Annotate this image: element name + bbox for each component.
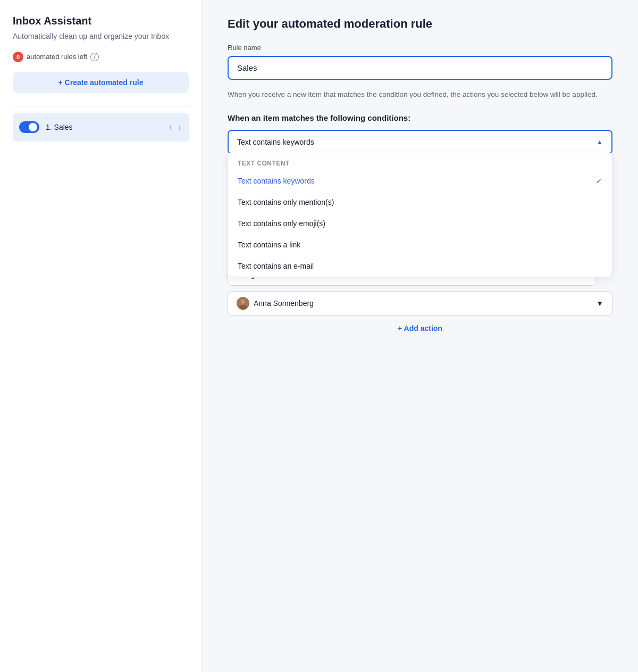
dropdown-option-2[interactable]: Text contains only emoji(s): [228, 213, 612, 234]
conditions-title: When an item matches the following condi…: [228, 113, 612, 122]
right-panel-title: Edit your automated moderation rule: [228, 17, 612, 31]
toggle-thumb: [29, 123, 37, 131]
dropdown-option-4-label: Text contains an e-mail: [238, 262, 314, 270]
rule-item: 1. Sales ↑ ↓: [13, 113, 189, 142]
dropdown-option-3[interactable]: Text contains a link: [228, 234, 612, 255]
info-icon[interactable]: i: [90, 53, 99, 61]
left-panel-desc: Automatically clean up and organize your…: [13, 31, 189, 42]
condition-dropdown-wrapper: Text contains keywords ▲ Text content Te…: [228, 130, 612, 154]
condition-dropdown-trigger[interactable]: Text contains keywords ▲: [228, 130, 612, 154]
rule-arrows: ↑ ↓: [167, 122, 182, 132]
condition-selected-label: Text contains keywords: [237, 138, 314, 146]
dropdown-option-0-label: Text contains keywords: [238, 177, 315, 185]
dropdown-option-3-label: Text contains a link: [238, 240, 300, 249]
condition-caret-icon: ▲: [597, 138, 603, 146]
dropdown-option-1[interactable]: Text contains only mention(s): [228, 192, 612, 213]
divider: [13, 106, 189, 106]
rules-left-count: 0 automated rules left i: [13, 52, 189, 62]
person-select-inner: Anna Sonnenberg: [237, 297, 314, 310]
person-select-caret-icon: ▼: [596, 299, 603, 308]
rule-name-label: 1. Sales: [46, 123, 161, 131]
left-panel-title: Inbox Assistant: [13, 15, 189, 27]
action2-person-row: Anna Sonnenberg ▼: [228, 291, 612, 316]
dropdown-group-label: Text content: [228, 153, 612, 170]
left-panel: Inbox Assistant Automatically clean up a…: [0, 0, 202, 672]
condition-dropdown-menu: Text content Text contains keywords ✓ Te…: [228, 153, 612, 277]
dropdown-option-1-label: Text contains only mention(s): [238, 198, 334, 206]
rule-down-button[interactable]: ↓: [177, 122, 182, 132]
create-rule-button[interactable]: + Create automated rule: [13, 72, 189, 93]
rule-name-input[interactable]: [228, 56, 612, 80]
dropdown-option-2-label: Text contains only emoji(s): [238, 219, 325, 228]
svg-point-1: [241, 300, 245, 304]
avatar: [237, 297, 249, 310]
person-name: Anna Sonnenberg: [254, 299, 314, 308]
add-action-label: + Add action: [398, 324, 442, 333]
person-select[interactable]: Anna Sonnenberg ▼: [228, 291, 612, 316]
right-panel: Edit your automated moderation rule Rule…: [202, 0, 638, 672]
rule-toggle[interactable]: [19, 121, 39, 133]
rules-left-text: automated rules left: [27, 53, 87, 61]
add-action-button[interactable]: + Add action: [228, 324, 612, 333]
rules-count-badge: 0: [13, 52, 23, 62]
rule-description: When you receive a new item that matches…: [228, 89, 612, 101]
dropdown-option-0[interactable]: Text contains keywords ✓: [228, 170, 612, 192]
rule-up-button[interactable]: ↑: [167, 122, 173, 132]
rule-name-field-label: Rule name: [228, 44, 612, 52]
dropdown-option-4[interactable]: Text contains an e-mail: [228, 255, 612, 277]
check-icon: ✓: [596, 177, 602, 185]
